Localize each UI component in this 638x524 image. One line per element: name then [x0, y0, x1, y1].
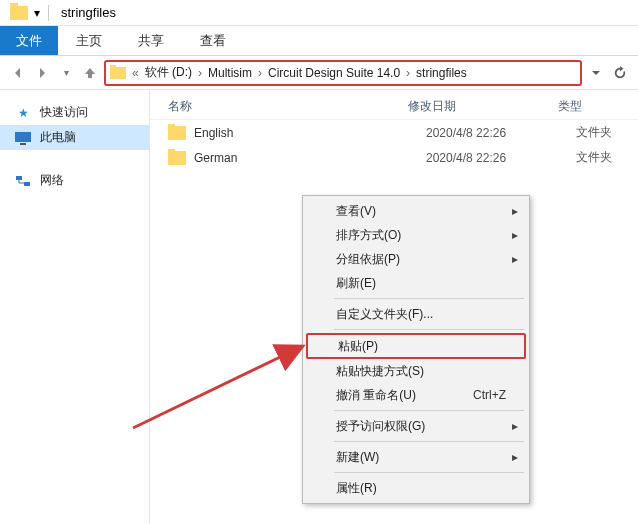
- menu-item-label: 粘贴(P): [338, 338, 378, 355]
- chevron-down-icon[interactable]: ▾: [34, 6, 40, 20]
- address-history-icon[interactable]: [586, 63, 606, 83]
- menu-item-group[interactable]: 分组依据(P) ▸: [306, 247, 526, 271]
- item-name: German: [194, 151, 426, 165]
- menu-item-customize-folder[interactable]: 自定义文件夹(F)...: [306, 302, 526, 326]
- menu-item-shortcut: Ctrl+Z: [473, 388, 506, 402]
- network-icon: [14, 174, 32, 188]
- separator: [48, 5, 49, 21]
- folder-icon: [168, 151, 186, 165]
- menu-item-label: 排序方式(O): [336, 227, 401, 244]
- context-menu: 查看(V) ▸ 排序方式(O) ▸ 分组依据(P) ▸ 刷新(E) 自定义文件夹…: [302, 195, 530, 504]
- list-item[interactable]: English 2020/4/8 22:26 文件夹: [150, 120, 638, 145]
- folder-icon: [10, 6, 28, 20]
- chevron-right-icon: ▸: [512, 450, 518, 464]
- window-title: stringfiles: [61, 5, 116, 20]
- breadcrumb-segment[interactable]: Circuit Design Suite 14.0: [266, 66, 402, 80]
- monitor-icon: [14, 131, 32, 145]
- breadcrumb-segment[interactable]: Multisim: [206, 66, 254, 80]
- laquo-icon: «: [128, 66, 143, 80]
- menu-item-label: 撤消 重命名(U): [336, 387, 416, 404]
- sidebar-item-this-pc[interactable]: 此电脑: [0, 125, 149, 150]
- chevron-right-icon: ▸: [512, 204, 518, 218]
- menu-item-label: 授予访问权限(G): [336, 418, 425, 435]
- tab-view[interactable]: 查看: [182, 26, 244, 55]
- chevron-right-icon: ▸: [512, 252, 518, 266]
- tab-file[interactable]: 文件: [0, 26, 58, 55]
- star-icon: ★: [14, 106, 32, 120]
- forward-button[interactable]: [32, 63, 52, 83]
- window-titlebar: ▾ stringfiles: [0, 0, 638, 26]
- menu-item-properties[interactable]: 属性(R): [306, 476, 526, 500]
- back-button[interactable]: [8, 63, 28, 83]
- chevron-right-icon: ›: [254, 66, 266, 80]
- up-button[interactable]: [80, 63, 100, 83]
- tab-share[interactable]: 共享: [120, 26, 182, 55]
- menu-item-label: 分组依据(P): [336, 251, 400, 268]
- sidebar-item-label: 快速访问: [40, 104, 88, 121]
- address-bar[interactable]: « 软件 (D:) › Multisim › Circuit Design Su…: [104, 60, 582, 86]
- recent-locations-icon[interactable]: ▾: [56, 63, 76, 83]
- menu-divider: [334, 329, 524, 330]
- menu-item-label: 自定义文件夹(F)...: [336, 306, 433, 323]
- sidebar-item-network[interactable]: 网络: [0, 168, 149, 193]
- menu-item-label: 查看(V): [336, 203, 376, 220]
- sidebar-item-label: 此电脑: [40, 129, 76, 146]
- breadcrumb-segment[interactable]: 软件 (D:): [143, 64, 194, 81]
- refresh-icon[interactable]: [610, 63, 630, 83]
- item-name: English: [194, 126, 426, 140]
- menu-item-label: 刷新(E): [336, 275, 376, 292]
- item-type: 文件夹: [576, 124, 630, 141]
- item-date: 2020/4/8 22:26: [426, 151, 576, 165]
- menu-item-paste-shortcut[interactable]: 粘贴快捷方式(S): [306, 359, 526, 383]
- menu-item-label: 新建(W): [336, 449, 379, 466]
- menu-item-grant-access[interactable]: 授予访问权限(G) ▸: [306, 414, 526, 438]
- column-date[interactable]: 修改日期: [408, 98, 558, 115]
- sidebar-item-label: 网络: [40, 172, 64, 189]
- menu-item-undo[interactable]: 撤消 重命名(U) Ctrl+Z: [306, 383, 526, 407]
- svg-rect-0: [15, 132, 31, 142]
- tab-home[interactable]: 主页: [58, 26, 120, 55]
- menu-item-paste[interactable]: 粘贴(P): [306, 333, 526, 359]
- item-date: 2020/4/8 22:26: [426, 126, 576, 140]
- menu-item-refresh[interactable]: 刷新(E): [306, 271, 526, 295]
- menu-item-label: 属性(R): [336, 480, 377, 497]
- svg-rect-1: [20, 143, 26, 145]
- menu-item-view[interactable]: 查看(V) ▸: [306, 199, 526, 223]
- menu-item-sort[interactable]: 排序方式(O) ▸: [306, 223, 526, 247]
- menu-divider: [334, 441, 524, 442]
- folder-icon: [168, 126, 186, 140]
- folder-icon: [110, 67, 126, 79]
- menu-divider: [334, 410, 524, 411]
- column-name[interactable]: 名称: [168, 98, 408, 115]
- menu-item-new[interactable]: 新建(W) ▸: [306, 445, 526, 469]
- chevron-right-icon: ›: [402, 66, 414, 80]
- ribbon-tabs: 文件 主页 共享 查看: [0, 26, 638, 56]
- breadcrumb-segment[interactable]: stringfiles: [414, 66, 469, 80]
- column-headers[interactable]: 名称 修改日期 类型: [150, 90, 638, 120]
- chevron-right-icon: ▸: [512, 228, 518, 242]
- sidebar-item-quick-access[interactable]: ★ 快速访问: [0, 100, 149, 125]
- menu-item-label: 粘贴快捷方式(S): [336, 363, 424, 380]
- list-item[interactable]: German 2020/4/8 22:26 文件夹: [150, 145, 638, 170]
- chevron-right-icon: ›: [194, 66, 206, 80]
- item-type: 文件夹: [576, 149, 630, 166]
- chevron-right-icon: ▸: [512, 419, 518, 433]
- nav-bar: ▾ « 软件 (D:) › Multisim › Circuit Design …: [0, 56, 638, 90]
- sidebar: ★ 快速访问 此电脑 网络: [0, 90, 150, 524]
- menu-divider: [334, 298, 524, 299]
- column-type[interactable]: 类型: [558, 98, 630, 115]
- menu-divider: [334, 472, 524, 473]
- svg-rect-2: [16, 176, 22, 180]
